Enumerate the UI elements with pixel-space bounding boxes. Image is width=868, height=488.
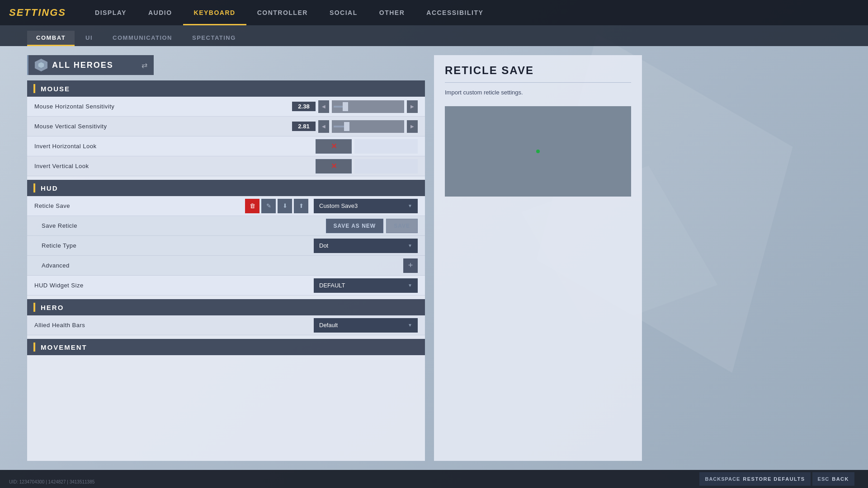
reticle-save-dropdown[interactable]: Custom Save3 ▼: [314, 199, 418, 213]
reticle-save-control: 🗑 ✎ ⬇ ⬆ Custom Save3 ▼: [245, 199, 418, 213]
reticle-type-control: Dot ▼: [314, 239, 418, 253]
mouse-title-bar: [33, 84, 35, 93]
invert-horizontal-label: Invert Horizontal Look: [34, 143, 316, 150]
nav-item-other[interactable]: OTHER: [368, 0, 416, 25]
hud-widget-dropdown-arrow: ▼: [408, 283, 412, 288]
nav-item-social[interactable]: SOCIAL: [319, 0, 368, 25]
back-key: ESC: [818, 476, 830, 482]
reticle-edit-button[interactable]: ✎: [261, 199, 276, 213]
allied-health-bars-control: Default ▼: [314, 318, 418, 333]
hud-widget-size-dropdown[interactable]: DEFAULT ▼: [314, 278, 418, 293]
reticle-export-button[interactable]: ⬆: [294, 199, 308, 213]
reticle-save-dropdown-arrow: ▼: [408, 203, 412, 208]
invert-horizontal-row: Invert Horizontal Look ✕: [27, 136, 425, 156]
restore-defaults-key: BACKSPACE: [705, 476, 740, 482]
save-reticle-row: Save Reticle SAVE AS NEW SAVE: [27, 216, 425, 236]
reticle-delete-button[interactable]: 🗑: [245, 199, 259, 213]
movement-section-title: MOVEMENT: [41, 343, 87, 351]
invert-vertical-toggle[interactable]: ✕: [316, 159, 352, 174]
back-button[interactable]: ESC BACK: [812, 472, 854, 486]
nav-item-keyboard[interactable]: KEYBOARD: [183, 0, 246, 25]
nav-item-controller[interactable]: CONTROLLER: [246, 0, 319, 25]
invert-vertical-x-icon: ✕: [331, 162, 337, 170]
allied-health-bars-label: Allied Health Bars: [34, 322, 314, 328]
mouse-horizontal-right-arrow[interactable]: ▶: [407, 100, 418, 113]
reticle-type-dropdown-arrow: ▼: [408, 243, 412, 248]
mouse-horizontal-row: Mouse Horizontal Sensitivity 2.38 ◀ ▶: [27, 97, 425, 117]
hero-selector[interactable]: ALL HEROES ⇄: [27, 55, 154, 75]
mouse-horizontal-value: 2.38: [292, 102, 316, 111]
back-label: BACK: [832, 476, 849, 482]
mouse-horizontal-thumb[interactable]: [343, 102, 348, 111]
sub-tab-combat[interactable]: COMBAT: [27, 31, 75, 46]
mouse-vertical-thumb[interactable]: [344, 122, 349, 131]
main-content: ALL HEROES ⇄ MOUSE Mouse Horizontal Sens…: [0, 46, 868, 470]
mouse-section-title: MOUSE: [41, 85, 70, 93]
reticle-type-row: Reticle Type Dot ▼: [27, 236, 425, 256]
left-panel: ALL HEROES ⇄ MOUSE Mouse Horizontal Sens…: [27, 55, 425, 461]
right-panel-description: Import custom reticle settings.: [445, 88, 631, 97]
mouse-vertical-slider[interactable]: [332, 120, 404, 133]
allied-health-bars-row: Allied Health Bars Default ▼: [27, 315, 425, 335]
invert-vertical-label: Invert Vertical Look: [34, 163, 316, 169]
hud-section-title: HUD: [41, 184, 58, 192]
hero-title-bar: [33, 303, 35, 312]
restore-defaults-button[interactable]: BACKSPACE RESTORE DEFAULTS: [699, 472, 810, 486]
mouse-horizontal-control: 2.38 ◀ ▶: [292, 100, 418, 113]
settings-container: MOUSE Mouse Horizontal Sensitivity 2.38 …: [27, 80, 425, 461]
advanced-control: +: [403, 258, 418, 273]
nav-item-audio[interactable]: AUDIO: [137, 0, 183, 25]
advanced-label: Advanced: [42, 262, 403, 269]
hud-title-bar: [33, 183, 35, 192]
hero-section-header: HERO: [27, 299, 425, 315]
save-button[interactable]: SAVE: [386, 219, 418, 233]
advanced-row: Advanced +: [27, 256, 425, 276]
hud-widget-size-row: HUD Widget Size DEFAULT ▼: [27, 276, 425, 296]
hud-section-header: HUD: [27, 180, 425, 196]
mouse-section-header: MOUSE: [27, 80, 425, 97]
hero-swap-button[interactable]: ⇄: [142, 61, 147, 70]
movement-section-header: MOVEMENT: [27, 339, 425, 355]
save-as-new-button[interactable]: SAVE AS NEW: [326, 219, 384, 233]
reticle-import-button[interactable]: ⬇: [278, 199, 292, 213]
invert-vertical-control: ✕: [316, 159, 418, 174]
invert-horizontal-x-icon: ✕: [331, 142, 337, 150]
hero-section-title: HERO: [41, 304, 64, 311]
invert-horizontal-placeholder: [354, 139, 418, 154]
movement-title-bar: [33, 343, 35, 352]
app-title: SETTINGS: [9, 7, 66, 19]
mouse-vertical-left-arrow[interactable]: ◀: [318, 120, 329, 133]
right-panel-title: RETICLE SAVE: [445, 64, 631, 83]
restore-defaults-label: RESTORE DEFAULTS: [743, 476, 805, 482]
sub-tab-spectating[interactable]: SPECTATING: [183, 31, 245, 46]
nav-items: DISPLAY AUDIO KEYBOARD CONTROLLER SOCIAL…: [84, 0, 494, 25]
mouse-vertical-control: 2.81 ◀ ▶: [292, 120, 418, 133]
allied-health-bars-dropdown[interactable]: Default ▼: [314, 318, 418, 333]
reticle-save-row: Reticle Save 🗑 ✎ ⬇ ⬆ Custom Save3 ▼: [27, 196, 425, 216]
right-panel: RETICLE SAVE Import custom reticle setti…: [434, 55, 642, 461]
invert-horizontal-toggle[interactable]: ✕: [316, 139, 352, 154]
invert-horizontal-control: ✕: [316, 139, 418, 154]
sub-tab-ui[interactable]: UI: [76, 31, 102, 46]
mouse-horizontal-label: Mouse Horizontal Sensitivity: [34, 103, 292, 110]
mouse-horizontal-left-arrow[interactable]: ◀: [318, 100, 329, 113]
invert-vertical-row: Invert Vertical Look ✕: [27, 156, 425, 176]
mouse-vertical-row: Mouse Vertical Sensitivity 2.81 ◀ ▶: [27, 117, 425, 136]
version-text: UID: 1234704300 | 1424827 | 3413511385: [9, 479, 94, 484]
save-reticle-control: SAVE AS NEW SAVE: [326, 219, 418, 233]
save-reticle-label: Save Reticle: [42, 222, 326, 229]
sub-tab-communication[interactable]: COMMUNICATION: [104, 31, 181, 46]
bottom-bar: UID: 1234704300 | 1424827 | 3413511385 B…: [0, 470, 868, 488]
mouse-horizontal-slider[interactable]: [332, 100, 404, 113]
hud-widget-size-label: HUD Widget Size: [34, 282, 314, 289]
svg-marker-0: [38, 62, 44, 68]
nav-item-display[interactable]: DISPLAY: [84, 0, 137, 25]
reticle-preview: [445, 106, 631, 197]
invert-vertical-placeholder: [354, 159, 418, 174]
allied-health-dropdown-arrow: ▼: [408, 323, 412, 328]
mouse-vertical-right-arrow[interactable]: ▶: [407, 120, 418, 133]
nav-item-accessibility[interactable]: ACCESSIBILITY: [415, 0, 494, 25]
reticle-type-dropdown[interactable]: Dot ▼: [314, 239, 418, 253]
hero-title: ALL HEROES: [52, 61, 137, 70]
advanced-expand-button[interactable]: +: [403, 258, 418, 273]
